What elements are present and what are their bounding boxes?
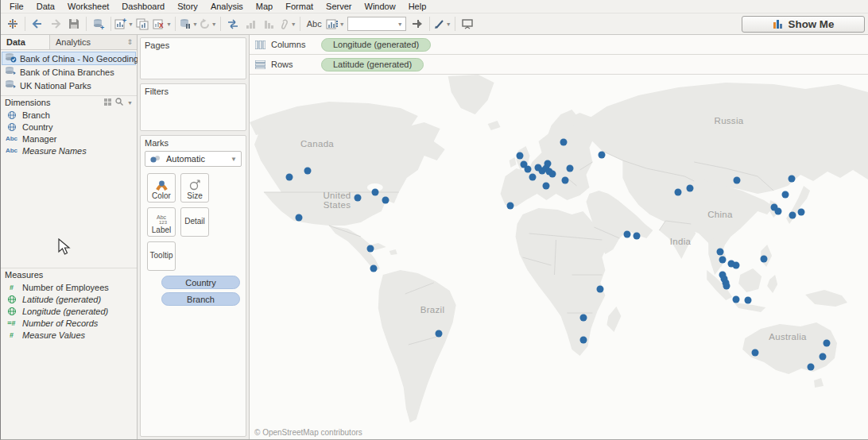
menu-data[interactable]: Data [30, 1, 61, 12]
menu-map[interactable]: Map [250, 1, 279, 12]
map-mark[interactable] [687, 185, 694, 192]
datasource-item[interactable]: Bank of China Branches [2, 65, 136, 79]
map-mark[interactable] [752, 349, 759, 357]
fields-menu-caret-icon[interactable]: ▼ [127, 100, 133, 106]
marks-pill-country[interactable]: Country [161, 276, 240, 289]
menu-worksheet[interactable]: Worksheet [61, 1, 115, 12]
map-mark[interactable] [562, 177, 569, 184]
tooltip-button[interactable]: Tooltip [147, 241, 176, 271]
columns-pill[interactable]: Longitude (generated) [321, 38, 431, 52]
map-view[interactable]: CanadaUnited StatesRussiaChinaIndiaBrazi… [250, 75, 868, 439]
menu-analysis[interactable]: Analysis [204, 1, 250, 12]
swap-axes-button[interactable] [224, 15, 242, 33]
map-mark[interactable] [798, 209, 805, 216]
menu-server[interactable]: Server [320, 1, 358, 12]
menu-format[interactable]: Format [279, 1, 320, 12]
save-button[interactable] [65, 15, 83, 33]
map-mark[interactable] [436, 330, 443, 338]
undo-button[interactable] [29, 15, 46, 33]
map-mark[interactable] [517, 152, 524, 160]
map-mark[interactable] [823, 340, 831, 347]
menu-file[interactable]: File [3, 1, 30, 12]
menu-window[interactable]: Window [358, 1, 402, 12]
map-mark[interactable] [599, 152, 606, 159]
map-mark[interactable] [549, 171, 556, 178]
datasource-item[interactable]: Bank of China - No Geocoding [2, 52, 136, 65]
map-mark[interactable] [745, 297, 752, 304]
map-mark[interactable] [304, 168, 312, 175]
map-mark[interactable] [675, 189, 682, 196]
mark-type-dropdown[interactable]: Automatic ▼ [145, 151, 242, 167]
field-country[interactable]: Country [1, 121, 137, 133]
map-mark[interactable] [733, 262, 740, 269]
map-mark[interactable] [529, 174, 537, 181]
view-grid-icon[interactable] [104, 98, 112, 107]
clear-sheet-button[interactable]: x▼ [153, 15, 172, 33]
fix-axes-pin-icon[interactable] [409, 15, 426, 33]
label-button[interactable]: Abc123 Label [147, 207, 176, 237]
map-mark[interactable] [717, 249, 724, 256]
map-mark[interactable] [544, 160, 552, 168]
field-number-of-employees[interactable]: #Number of Employees [1, 281, 137, 293]
map-mark[interactable] [525, 166, 532, 173]
map-mark[interactable] [597, 286, 604, 293]
map-mark[interactable] [567, 165, 574, 172]
color-button[interactable]: Color [147, 173, 176, 203]
map-mark[interactable] [782, 191, 789, 199]
map-mark[interactable] [367, 245, 374, 253]
tab-data[interactable]: Data [1, 35, 50, 49]
pause-auto-updates-button[interactable]: ▼ [179, 15, 198, 33]
field-measure-names[interactable]: AbcMeasure Names [1, 145, 137, 156]
fit-selector[interactable]: ▼ [347, 17, 406, 31]
map-mark[interactable] [580, 337, 587, 344]
size-button[interactable]: Size [180, 173, 209, 203]
map-mark[interactable] [372, 189, 379, 196]
rows-pill[interactable]: Latitude (generated) [321, 58, 424, 71]
map-mark[interactable] [382, 197, 389, 204]
map-mark[interactable] [286, 174, 293, 181]
highlight-button[interactable]: ▼ [433, 15, 451, 33]
field-branch[interactable]: Branch [1, 109, 137, 121]
map-mark[interactable] [355, 195, 362, 202]
map-mark[interactable] [820, 353, 827, 361]
refresh-button[interactable]: ▼ [199, 15, 217, 33]
map-mark[interactable] [634, 233, 641, 240]
map-mark[interactable] [733, 296, 740, 303]
map-mark[interactable] [370, 265, 378, 272]
tab-analytics[interactable]: Analytics ⇕ [50, 35, 137, 49]
group-members-button[interactable]: ▼ [279, 15, 296, 33]
map-mark[interactable] [507, 203, 514, 210]
field-longitude-generated-[interactable]: Longitude (generated) [1, 305, 137, 317]
field-measure-values[interactable]: #Measure Values [1, 329, 137, 341]
map-mark[interactable] [723, 283, 730, 290]
redo-button[interactable] [47, 15, 64, 33]
map-mark[interactable] [624, 231, 631, 238]
pane-collapse-icon[interactable]: ⇕ [126, 38, 133, 46]
map-mark[interactable] [734, 177, 741, 184]
presentation-mode-button[interactable] [459, 15, 476, 33]
detail-button[interactable]: Detail [180, 207, 209, 237]
show-me-button[interactable]: Show Me [742, 16, 865, 33]
duplicate-sheet-button[interactable] [134, 15, 152, 33]
pages-shelf[interactable]: Pages [140, 37, 246, 79]
rows-shelf[interactable]: Rows Latitude (generated) [250, 55, 868, 75]
columns-shelf[interactable]: Columns Longitude (generated) [250, 35, 868, 55]
new-datasource-button[interactable]: + [90, 15, 107, 33]
show-hide-cards-button[interactable]: ▼ [326, 15, 345, 33]
sort-descending-button[interactable] [261, 15, 278, 33]
show-mark-labels-button[interactable]: Abc [304, 15, 325, 33]
marks-pill-branch[interactable]: Branch [161, 292, 240, 306]
map-mark[interactable] [789, 212, 796, 219]
map-mark[interactable] [789, 176, 796, 183]
map-mark[interactable] [761, 256, 768, 263]
map-mark[interactable] [580, 315, 587, 322]
map-mark[interactable] [560, 139, 568, 146]
field-manager[interactable]: AbcManager [1, 133, 137, 145]
menu-dashboard[interactable]: Dashboard [115, 1, 171, 12]
search-icon[interactable] [115, 98, 123, 107]
map-mark[interactable] [808, 364, 815, 371]
field-latitude-generated-[interactable]: Latitude (generated) [1, 293, 137, 305]
sort-ascending-button[interactable] [242, 15, 260, 33]
map-mark[interactable] [296, 214, 303, 222]
map-mark[interactable] [543, 183, 550, 190]
